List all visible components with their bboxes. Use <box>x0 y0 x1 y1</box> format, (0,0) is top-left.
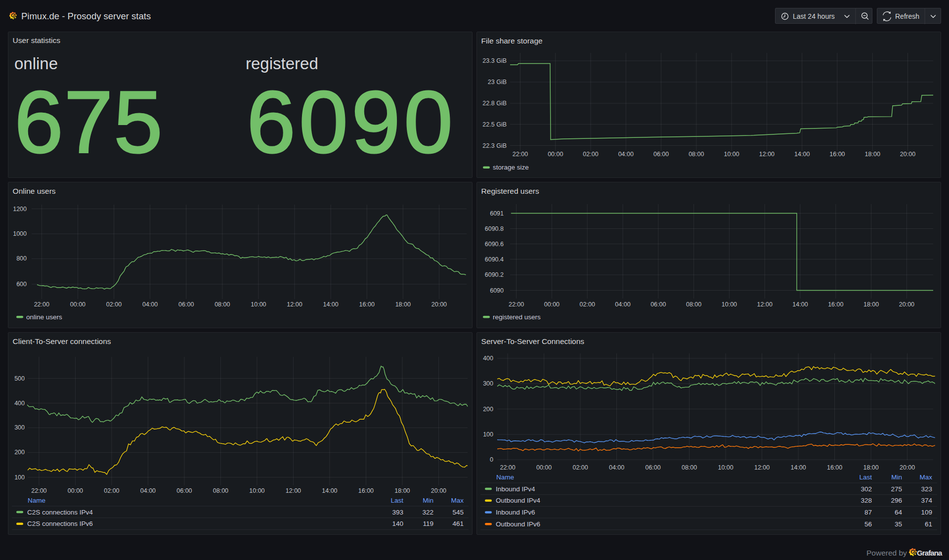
svg-text:Outbound IPv6: Outbound IPv6 <box>496 520 540 528</box>
svg-text:800: 800 <box>16 255 27 262</box>
svg-text:00:00: 00:00 <box>536 464 552 471</box>
svg-text:00:00: 00:00 <box>544 301 560 308</box>
svg-text:22:00: 22:00 <box>500 464 515 471</box>
svg-text:Inbound IPv6: Inbound IPv6 <box>496 509 535 516</box>
svg-text:20:00: 20:00 <box>900 151 915 158</box>
svg-text:02:00: 02:00 <box>572 464 588 471</box>
svg-text:275: 275 <box>891 485 902 493</box>
svg-text:Last 24 hours: Last 24 hours <box>793 12 835 20</box>
svg-text:Min: Min <box>891 474 902 481</box>
svg-text:02:00: 02:00 <box>106 301 122 308</box>
svg-text:22:00: 22:00 <box>509 301 524 308</box>
svg-text:400: 400 <box>14 400 25 407</box>
svg-text:18:00: 18:00 <box>863 464 878 471</box>
svg-text:06:00: 06:00 <box>653 151 669 158</box>
svg-text:Max: Max <box>919 474 932 481</box>
svg-text:Server-To-Server Connections: Server-To-Server Connections <box>481 337 585 345</box>
svg-text:500: 500 <box>14 375 25 382</box>
svg-text:04:00: 04:00 <box>140 487 156 494</box>
svg-text:35: 35 <box>895 520 902 528</box>
svg-text:Online users: Online users <box>13 187 56 195</box>
svg-text:22.8 GiB: 22.8 GiB <box>482 100 507 107</box>
svg-text:08:00: 08:00 <box>686 301 701 308</box>
svg-text:22:00: 22:00 <box>513 151 528 158</box>
svg-text:14:00: 14:00 <box>790 464 806 471</box>
svg-text:64: 64 <box>895 509 903 516</box>
svg-text:6091: 6091 <box>490 210 504 217</box>
svg-text:08:00: 08:00 <box>689 151 704 158</box>
svg-text:Client-To-Server connections: Client-To-Server connections <box>13 337 111 345</box>
svg-text:04:00: 04:00 <box>615 301 630 308</box>
svg-text:323: 323 <box>921 485 932 493</box>
svg-text:374: 374 <box>921 497 932 504</box>
svg-text:12:00: 12:00 <box>759 151 775 158</box>
svg-text:04:00: 04:00 <box>609 464 624 471</box>
svg-text:18:00: 18:00 <box>395 301 411 308</box>
svg-text:10:00: 10:00 <box>724 151 739 158</box>
svg-text:Outbound IPv4: Outbound IPv4 <box>496 497 541 504</box>
svg-text:22.3 GiB: 22.3 GiB <box>482 142 507 149</box>
svg-text:545: 545 <box>452 509 464 516</box>
svg-text:18:00: 18:00 <box>394 487 410 494</box>
svg-text:22:00: 22:00 <box>34 301 49 308</box>
svg-text:14:00: 14:00 <box>322 487 337 494</box>
svg-text:0: 0 <box>490 456 493 463</box>
svg-text:10:00: 10:00 <box>249 487 264 494</box>
svg-text:87: 87 <box>864 509 872 516</box>
svg-text:20:00: 20:00 <box>431 487 446 494</box>
svg-text:1000: 1000 <box>13 230 27 237</box>
svg-text:10:00: 10:00 <box>251 301 266 308</box>
svg-text:200: 200 <box>14 449 25 456</box>
svg-text:322: 322 <box>422 509 433 516</box>
svg-text:16:00: 16:00 <box>359 301 375 308</box>
svg-text:109: 109 <box>921 509 932 516</box>
svg-text:Name: Name <box>28 497 45 504</box>
svg-text:14:00: 14:00 <box>323 301 338 308</box>
svg-text:14:00: 14:00 <box>792 301 808 308</box>
svg-text:23.3 GiB: 23.3 GiB <box>482 57 507 64</box>
svg-text:08:00: 08:00 <box>215 301 230 308</box>
svg-text:storage size: storage size <box>493 164 529 171</box>
svg-text:File share storage: File share storage <box>481 37 543 45</box>
svg-text:6090.8: 6090.8 <box>485 225 504 232</box>
svg-text:6090.6: 6090.6 <box>485 241 504 248</box>
svg-text:Min: Min <box>423 497 433 504</box>
svg-text:Registered users: Registered users <box>481 187 539 195</box>
svg-text:Name: Name <box>496 474 514 481</box>
svg-text:20:00: 20:00 <box>899 301 914 308</box>
svg-text:12:00: 12:00 <box>757 301 773 308</box>
svg-text:08:00: 08:00 <box>682 464 697 471</box>
svg-text:00:00: 00:00 <box>70 301 86 308</box>
svg-text:10:00: 10:00 <box>722 301 737 308</box>
svg-text:12:00: 12:00 <box>286 487 301 494</box>
svg-text:23 GiB: 23 GiB <box>488 79 507 86</box>
svg-text:C2S connections IPv4: C2S connections IPv4 <box>27 509 93 516</box>
svg-text:20:00: 20:00 <box>900 464 915 471</box>
svg-text:online users: online users <box>26 313 62 321</box>
svg-text:C2S connections IPv6: C2S connections IPv6 <box>27 520 93 527</box>
svg-text:16:00: 16:00 <box>829 151 845 158</box>
svg-text:12:00: 12:00 <box>754 464 770 471</box>
svg-text:400: 400 <box>483 355 493 362</box>
svg-text:300: 300 <box>14 424 25 431</box>
svg-text:14:00: 14:00 <box>794 151 810 158</box>
svg-text:06:00: 06:00 <box>650 301 666 308</box>
svg-text:461: 461 <box>452 520 464 527</box>
svg-text:300: 300 <box>483 380 493 387</box>
svg-text:1200: 1200 <box>13 206 27 213</box>
svg-text:56: 56 <box>864 520 872 528</box>
svg-text:18:00: 18:00 <box>865 151 880 158</box>
svg-text:61: 61 <box>925 520 932 528</box>
svg-text:200: 200 <box>483 406 493 413</box>
svg-text:Max: Max <box>451 497 464 504</box>
svg-text:100: 100 <box>483 431 493 438</box>
svg-text:22:00: 22:00 <box>31 487 46 494</box>
svg-text:100: 100 <box>14 474 25 481</box>
svg-text:02:00: 02:00 <box>104 487 119 494</box>
svg-text:06:00: 06:00 <box>176 487 192 494</box>
svg-text:00:00: 00:00 <box>68 487 83 494</box>
svg-text:08:00: 08:00 <box>213 487 228 494</box>
svg-text:16:00: 16:00 <box>827 464 842 471</box>
svg-text:Refresh: Refresh <box>895 12 919 20</box>
svg-text:02:00: 02:00 <box>580 301 595 308</box>
